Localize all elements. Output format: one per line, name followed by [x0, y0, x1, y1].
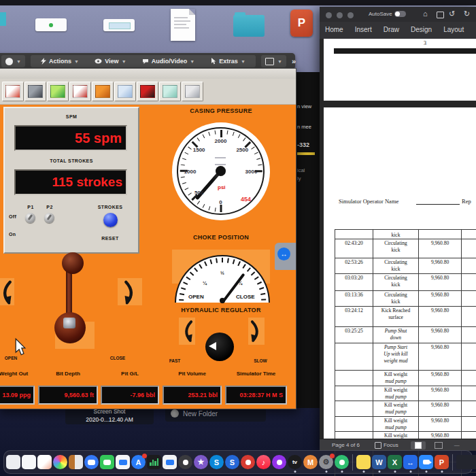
dock-settings-icon[interactable]: ⚙ — [319, 455, 333, 469]
monitor-menu[interactable]: ▼ — [261, 55, 286, 67]
event-line: mud pump — [385, 424, 406, 431]
toolbar-button-stripes-icon[interactable] — [159, 82, 181, 101]
cell-depth: 9,960.80 — [419, 386, 462, 401]
page-4[interactable]: Simulator Operator Name Rep kick02:43:20… — [324, 107, 476, 439]
rotate-right-arrow-icon[interactable] — [250, 319, 263, 343]
menu-bar — [0, 0, 476, 5]
regulator-knob[interactable] — [205, 333, 234, 361]
focus-button[interactable]: Focus — [375, 442, 398, 449]
word-title-bar[interactable]: AutoSave ⌂ ↺ ↻ — [320, 7, 476, 22]
dock-appstore-icon[interactable]: A — [131, 455, 146, 469]
dock-stocks-icon[interactable] — [147, 455, 161, 469]
simulator-window[interactable]: SPM 55 spm TOTAL STROKES 115 strokes P1 … — [0, 68, 296, 409]
dock-tv-icon[interactable]: tv — [288, 455, 302, 469]
cell-event: Circulatingkick — [373, 239, 419, 258]
dock-screenshot-thumbnail[interactable] — [456, 455, 476, 469]
web-layout-view-button[interactable] — [431, 441, 446, 449]
background-window[interactable]: n viewn mee-332ically — [294, 72, 320, 408]
toolbar-button-panel-blue-icon[interactable] — [114, 82, 136, 101]
dock-photos-icon[interactable] — [53, 455, 67, 469]
lever-top-ball[interactable] — [62, 252, 84, 274]
close-button[interactable] — [326, 12, 332, 18]
dock-music-icon[interactable]: ♪ — [256, 455, 271, 469]
card-icon-green[interactable] — [35, 18, 67, 31]
tab-draw[interactable]: Draw — [384, 26, 399, 33]
cell-depth: 9,960.80 — [419, 307, 462, 326]
more-chevrons[interactable]: » — [292, 57, 295, 65]
toolbar-button-chart-icon[interactable] — [2, 82, 24, 101]
word-window[interactable]: AutoSave ⌂ ↺ ↻ Home Insert Draw Design L… — [320, 7, 476, 450]
dock-pages-icon[interactable] — [22, 455, 36, 469]
toolbar-button-window-icon[interactable] — [182, 82, 203, 101]
dock-books-icon[interactable] — [69, 455, 83, 469]
tab-home[interactable]: Home — [325, 26, 343, 33]
dock-mail-icon[interactable] — [116, 455, 130, 469]
operator-name-blank — [416, 204, 460, 205]
event-line: Kick Reached — [381, 307, 410, 314]
lever-close-arrow-icon[interactable] — [123, 279, 138, 305]
dock-m-app-icon[interactable]: M — [303, 455, 318, 469]
dock-green-app-icon[interactable] — [335, 455, 349, 469]
screenshot-file-label[interactable]: Screen Shot 2020-0...12.40 AM — [65, 407, 154, 424]
strokes-reset-button[interactable] — [103, 213, 118, 227]
tab-layout[interactable]: Layout — [443, 26, 464, 33]
dock-zoom-icon[interactable] — [419, 455, 433, 469]
sim-toolbar — [0, 79, 296, 105]
menu-actions[interactable]: Actions▼ — [35, 58, 85, 65]
document-canvas[interactable]: 3 Simulator Operator Name Rep kick02:43:… — [320, 39, 476, 439]
session-menu[interactable]: ▼ — [1, 55, 25, 67]
rotate-left-arrow-icon[interactable] — [180, 319, 194, 343]
toolbar-button-panel-orange-icon[interactable] — [92, 82, 114, 101]
toolbar-button-led-panel-icon[interactable] — [137, 82, 158, 101]
zoom-button[interactable] — [347, 12, 354, 18]
menu-extras[interactable]: Extras▼ — [204, 58, 251, 65]
dock-keynote-icon[interactable] — [163, 455, 177, 469]
redo-icon[interactable]: ↻ — [464, 10, 470, 18]
dock-document-icon[interactable] — [6, 455, 20, 469]
pump1-switch[interactable] — [25, 213, 35, 223]
dock-skype-icon[interactable]: S — [209, 455, 224, 469]
cell-extra — [462, 401, 476, 416]
dock-disc-icon[interactable] — [178, 455, 192, 469]
dock-word-icon[interactable]: W — [372, 455, 386, 469]
autosave-toggle[interactable]: AutoSave — [369, 11, 406, 17]
lever-close-label: CLOSE — [105, 356, 130, 360]
toolbar-button-equipment-icon[interactable] — [24, 82, 46, 101]
home-icon[interactable]: ⌂ — [423, 10, 428, 18]
page-count[interactable]: Page 4 of 6 — [332, 442, 360, 448]
menu-audio-video[interactable]: Audio/Video▼ — [136, 58, 201, 65]
dock-red-app-icon[interactable] — [241, 455, 255, 469]
panel-blue-icon — [118, 85, 133, 98]
print-layout-view-button[interactable] — [411, 441, 426, 449]
undo-icon[interactable]: ↺ — [449, 10, 455, 18]
toolbar-button-alarm-icon[interactable] — [69, 82, 91, 101]
dock-powerpoint-icon[interactable]: P — [435, 455, 449, 469]
teamviewer-side-tab[interactable]: ↔ — [275, 243, 296, 270]
dock-star-icon[interactable]: ★ — [194, 455, 208, 469]
powerpoint-icon[interactable]: P — [290, 10, 313, 37]
minimize-button[interactable] — [337, 12, 343, 18]
link-fragment[interactable] — [297, 152, 315, 155]
cell-extra — [462, 371, 476, 386]
dock-teamviewer-icon[interactable]: ↔ — [403, 455, 418, 469]
document-icon[interactable] — [171, 9, 195, 41]
dock-s-app-icon[interactable]: S — [225, 455, 239, 469]
lever-open-arrow-icon[interactable] — [0, 279, 13, 305]
dock-preview-icon[interactable] — [37, 455, 52, 469]
zoom-slider[interactable]: — — [454, 442, 460, 448]
menu-view[interactable]: View▼ — [88, 58, 132, 65]
toolbar-button-bars-icon[interactable] — [47, 82, 69, 101]
cell-time: 02:53:26 — [335, 258, 373, 273]
dock-messages-icon[interactable] — [84, 455, 99, 469]
save-icon[interactable] — [437, 12, 444, 18]
sim-title-bar[interactable] — [0, 69, 296, 80]
dock-messages-green-icon[interactable] — [100, 455, 114, 469]
dock-podcasts-icon[interactable] — [272, 455, 286, 469]
card-icon-blue[interactable] — [103, 19, 135, 31]
pump2-switch[interactable] — [44, 213, 54, 223]
dock-stickies-icon[interactable] — [356, 455, 371, 469]
tab-insert[interactable]: Insert — [355, 26, 372, 33]
folder-icon[interactable] — [233, 15, 265, 37]
dock-excel-icon[interactable]: X — [388, 455, 402, 469]
tab-design[interactable]: Design — [411, 26, 432, 33]
